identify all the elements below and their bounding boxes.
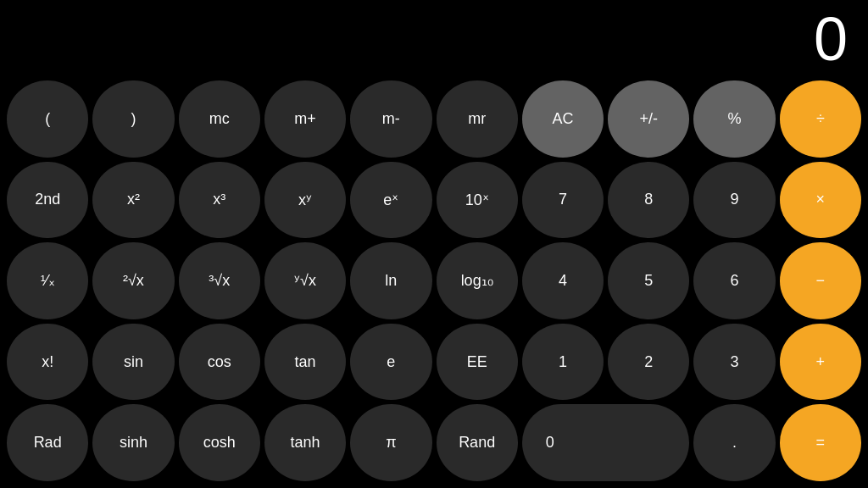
percent-button[interactable]: % [693,80,775,158]
e-button[interactable]: e [350,324,431,401]
factorial-button[interactable]: x! [7,324,88,401]
ex-button[interactable]: eˣ [350,162,431,239]
log10-button[interactable]: log₁₀ [437,242,518,319]
sin-button[interactable]: sin [92,324,174,401]
multiply-button[interactable]: × [780,162,861,239]
ysqrt-button[interactable]: ʸ√x [264,242,346,319]
7-button[interactable]: 7 [522,162,604,239]
open-paren-button[interactable]: ( [7,80,88,158]
5-button[interactable]: 5 [608,242,689,319]
display: 0 [0,0,868,76]
2sqrt-button[interactable]: ²√x [92,242,174,319]
divide-button[interactable]: ÷ [780,80,861,158]
rad-button[interactable]: Rad [7,404,88,481]
3-button[interactable]: 3 [693,324,775,401]
minus-button[interactable]: − [780,242,861,319]
10x-button[interactable]: 10ˣ [437,162,518,239]
cos-button[interactable]: cos [179,324,260,401]
close-paren-button[interactable]: ) [92,80,174,158]
4-button[interactable]: 4 [522,242,604,319]
equals-button[interactable]: = [780,404,861,481]
decimal-button[interactable]: . [693,404,775,481]
ac-button[interactable]: AC [522,80,604,158]
mr-button[interactable]: mr [437,80,518,158]
plus-button[interactable]: + [780,324,861,401]
cosh-button[interactable]: cosh [179,404,260,481]
ee-button[interactable]: EE [437,324,518,401]
9-button[interactable]: 9 [693,162,775,239]
mc-button[interactable]: mc [179,80,260,158]
tan-button[interactable]: tan [264,324,346,401]
plus-minus-button[interactable]: +/- [608,80,689,158]
m-minus-button[interactable]: m- [350,80,431,158]
x2-button[interactable]: x² [92,162,174,239]
x3-button[interactable]: x³ [179,162,260,239]
xy-button[interactable]: xʸ [264,162,346,239]
2nd-button[interactable]: 2nd [7,162,88,239]
sinh-button[interactable]: sinh [92,404,174,481]
ln-button[interactable]: ln [350,242,431,319]
1x-button[interactable]: ¹⁄ₓ [7,242,88,319]
2-button[interactable]: 2 [608,324,689,401]
0-button[interactable]: 0 [522,404,690,481]
rand-button[interactable]: Rand [437,404,518,481]
display-value: 0 [814,8,848,69]
6-button[interactable]: 6 [693,242,775,319]
m-plus-button[interactable]: m+ [264,80,346,158]
3sqrt-button[interactable]: ³√x [179,242,260,319]
pi-button[interactable]: π [350,404,431,481]
calculator-grid: ()mcm+m-mrAC+/-%÷2ndx²x³xʸeˣ10ˣ789×¹⁄ₓ²√… [0,76,868,488]
tanh-button[interactable]: tanh [264,404,346,481]
8-button[interactable]: 8 [608,162,689,239]
1-button[interactable]: 1 [522,324,604,401]
